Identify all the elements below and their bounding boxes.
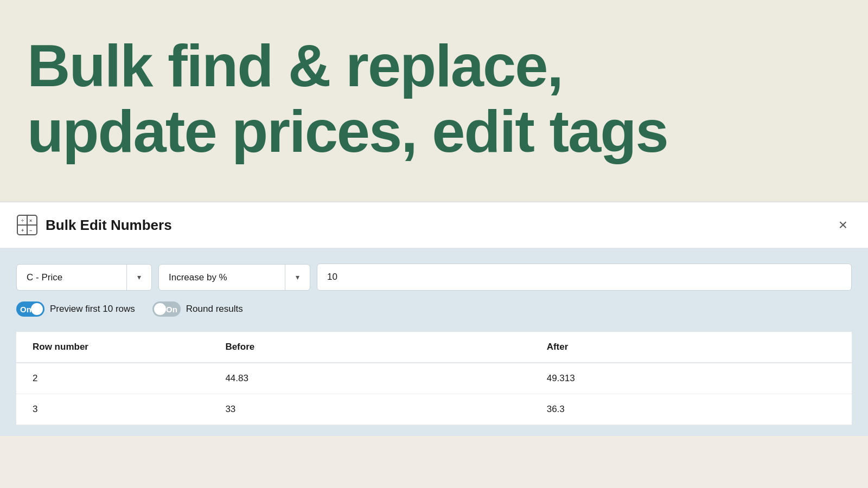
col-header-after: After [531,332,852,363]
preview-toggle-label: Preview first 10 rows [50,304,135,314]
table-wrapper: Row number Before After 2 44.83 49.313 3… [16,332,852,425]
cell-before: 33 [209,394,530,425]
table-row: 3 33 36.3 [16,394,852,425]
cell-row-number: 3 [16,394,209,425]
hero-title: Bulk find & replace, update prices, edit… [27,33,841,164]
column-select[interactable]: C - Price A - Cost B - Compare Price D -… [17,265,130,290]
hero-section: Bulk find & replace, update prices, edit… [0,0,868,202]
close-button[interactable]: × [834,215,852,235]
column-select-arrow-icon: ▾ [126,265,151,290]
calculator-icon: ÷ × + − [16,214,38,236]
cell-before: 44.83 [209,363,530,394]
cell-after: 49.313 [531,363,852,394]
round-toggle-on-text: On [166,305,177,314]
value-input[interactable] [317,264,852,291]
preview-toggle-on-text: On [20,305,31,314]
operation-select[interactable]: Increase by % Decrease by % Set to Incre… [159,265,259,290]
table-body: 2 44.83 49.313 3 33 36.3 [16,363,852,425]
col-header-before: Before [209,332,530,363]
table-header-row: Row number Before After [16,332,852,363]
cell-row-number: 2 [16,363,209,394]
preview-toggle-group: On Preview first 10 rows [16,301,135,317]
svg-text:−: − [29,228,32,233]
modal-header-left: ÷ × + − Bulk Edit Numbers [16,214,172,236]
svg-text:+: + [21,228,24,233]
modal-body: C - Price A - Cost B - Compare Price D -… [0,248,868,436]
modal-header: ÷ × + − Bulk Edit Numbers × [0,202,868,248]
controls-row: C - Price A - Cost B - Compare Price D -… [16,264,852,291]
modal-title: Bulk Edit Numbers [46,217,172,234]
svg-text:×: × [29,218,32,223]
operation-select-wrapper: Increase by % Decrease by % Set to Incre… [158,264,310,291]
round-toggle-label: Round results [186,304,243,314]
preview-toggle[interactable]: On [16,301,44,317]
round-toggle-group: On Round results [152,301,243,317]
round-toggle[interactable]: On [152,301,181,317]
hero-title-line2: update prices, edit tags [27,98,668,164]
round-toggle-knob [154,303,166,315]
operation-select-arrow-icon: ▾ [285,265,310,290]
col-header-row-number: Row number [16,332,209,363]
cell-after: 36.3 [531,394,852,425]
table-row: 2 44.83 49.313 [16,363,852,394]
preview-table: Row number Before After 2 44.83 49.313 3… [16,332,852,425]
svg-text:÷: ÷ [21,218,24,223]
preview-toggle-knob [31,303,43,315]
hero-title-line1: Bulk find & replace, [27,32,563,99]
modal: ÷ × + − Bulk Edit Numbers × C - Price A … [0,202,868,436]
column-select-wrapper: C - Price A - Cost B - Compare Price D -… [16,264,152,291]
toggles-row: On Preview first 10 rows On Round result… [16,301,852,317]
